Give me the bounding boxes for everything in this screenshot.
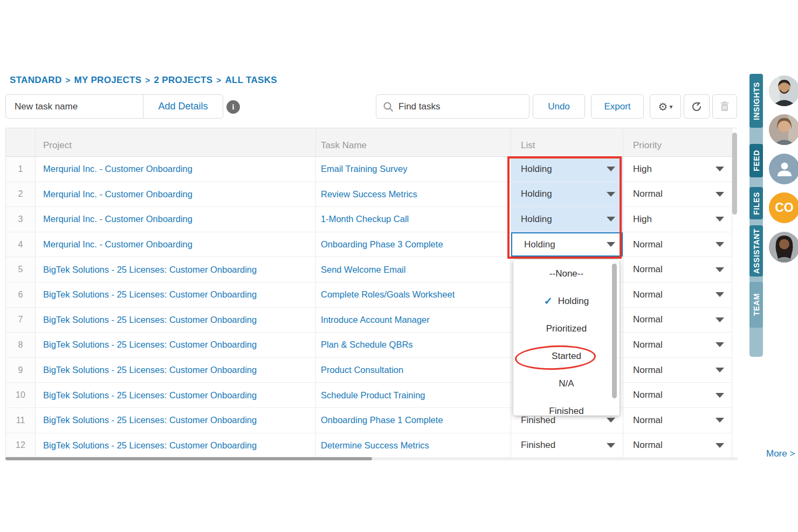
task-name-link[interactable]: Product Consultation	[321, 365, 403, 375]
dropdown-option-n-a[interactable]: N/A	[513, 370, 620, 397]
column-header-priority[interactable]: Priority	[623, 128, 732, 156]
task-name-link[interactable]: Review Success Metrics	[321, 189, 417, 199]
export-button[interactable]: Export	[591, 94, 644, 119]
dropdown-option-label: --None--	[549, 268, 583, 279]
side-tab-feed[interactable]: FEED	[749, 144, 763, 177]
side-tab-insights[interactable]: INSIGHTS	[749, 74, 763, 128]
task-name-link[interactable]: Onboarding Phase 3 Complete	[321, 239, 443, 250]
chevron-down-icon	[716, 342, 724, 347]
task-name-link[interactable]: Plan & Schedule QBRs	[321, 340, 413, 350]
breadcrumb-separator-icon: >	[62, 75, 74, 85]
avatar-photo-woman[interactable]	[769, 114, 798, 145]
priority-dropdown-cell[interactable]: Normal	[623, 182, 732, 207]
task-name-link[interactable]: Schedule Product Training	[321, 390, 425, 400]
list-dropdown-menu: --None--✓HoldingPrioritizedStartedN/AFin…	[513, 260, 620, 416]
project-cell: BigTek Solutions - 25 Licenses: Customer…	[36, 383, 316, 407]
undo-button[interactable]: Undo	[533, 94, 585, 119]
avatar-person-icon[interactable]	[769, 154, 798, 184]
dropdown-option-started[interactable]: Started	[513, 342, 620, 370]
project-link[interactable]: Merqurial Inc. - Customer Onboarding	[43, 239, 192, 250]
project-link[interactable]: Merqurial Inc. - Customer Onboarding	[43, 164, 192, 174]
more-link[interactable]: More >	[766, 448, 795, 459]
project-cell: BigTek Solutions - 25 Licenses: Customer…	[36, 333, 316, 357]
app-window: STANDARD>MY PROJECTS>2 PROJECTS>ALL TASK…	[0, 0, 798, 532]
priority-dropdown-cell[interactable]: Normal	[623, 433, 732, 458]
project-link[interactable]: BigTek Solutions - 25 Licenses: Customer…	[43, 390, 257, 400]
chevron-down-icon	[716, 418, 724, 423]
task-name-link[interactable]: Send Welcome Email	[321, 265, 405, 275]
project-link[interactable]: Merqurial Inc. - Customer Onboarding	[43, 189, 192, 199]
breadcrumb-standard[interactable]: STANDARD	[10, 75, 62, 85]
refresh-button[interactable]	[684, 94, 710, 119]
task-name-link[interactable]: Email Training Survey	[321, 164, 407, 174]
priority-dropdown-cell[interactable]: Normal	[623, 282, 732, 307]
list-dropdown-cell[interactable]: Holding	[511, 207, 623, 232]
dropdown-option-label: N/A	[559, 378, 574, 389]
task-name-cell: Review Success Metrics	[316, 182, 511, 207]
project-link[interactable]: Merqurial Inc. - Customer Onboarding	[43, 214, 192, 224]
info-icon[interactable]: i	[226, 100, 240, 114]
column-header-list[interactable]: List	[511, 128, 623, 156]
priority-dropdown-cell[interactable]: High	[623, 157, 732, 182]
project-link[interactable]: BigTek Solutions - 25 Licenses: Customer…	[43, 440, 257, 451]
chevron-down-icon	[716, 317, 724, 322]
priority-dropdown-cell[interactable]: Normal	[623, 333, 732, 357]
list-value: Holding	[521, 189, 607, 199]
priority-dropdown-cell[interactable]: Normal	[623, 408, 732, 433]
row-number: 8	[6, 333, 36, 357]
add-details-button[interactable]: Add Details	[143, 95, 223, 118]
new-task-input[interactable]	[6, 95, 143, 118]
dropdown-scrollbar-thumb[interactable]	[612, 264, 617, 398]
priority-dropdown-cell[interactable]: Normal	[623, 308, 732, 333]
list-value: Holding	[521, 214, 607, 225]
avatar-photo-man[interactable]	[769, 75, 798, 106]
column-header-task-name[interactable]: Task Name	[316, 128, 511, 156]
project-link[interactable]: BigTek Solutions - 25 Licenses: Customer…	[43, 289, 257, 300]
chevron-down-icon	[716, 192, 724, 197]
column-header-project[interactable]: Project	[36, 128, 316, 156]
project-link[interactable]: BigTek Solutions - 25 Licenses: Customer…	[43, 265, 257, 275]
priority-dropdown-cell[interactable]: Normal	[623, 383, 732, 407]
list-dropdown-cell[interactable]: Holding	[511, 232, 623, 257]
task-name-link[interactable]: Introduce Account Manager	[321, 315, 430, 325]
breadcrumb-my-projects[interactable]: MY PROJECTS	[74, 75, 142, 85]
side-tab-label: ASSISTANT	[752, 229, 761, 274]
avatar-photo-woman-2[interactable]	[769, 232, 798, 262]
dropdown-option-holding[interactable]: ✓Holding	[513, 287, 620, 315]
project-link[interactable]: BigTek Solutions - 25 Licenses: Customer…	[43, 340, 257, 350]
settings-gear-button[interactable]: ⚙▾	[650, 94, 681, 119]
list-dropdown-cell[interactable]: Finished	[511, 433, 623, 458]
chevron-down-icon	[607, 167, 615, 171]
priority-dropdown-cell[interactable]: High	[623, 207, 732, 232]
breadcrumb-2-projects[interactable]: 2 PROJECTS	[154, 75, 213, 85]
breadcrumb-all-tasks[interactable]: ALL TASKS	[225, 75, 277, 85]
dropdown-option-prioritized[interactable]: Prioritized	[513, 315, 620, 342]
task-name-link[interactable]: Onboarding Phase 1 Complete	[321, 415, 443, 425]
avatar-initials-co[interactable]: CO	[769, 192, 798, 223]
priority-dropdown-cell[interactable]: Normal	[623, 358, 732, 383]
project-cell: BigTek Solutions - 25 Licenses: Customer…	[36, 433, 316, 458]
task-name-link[interactable]: Determine Success Metrics	[321, 440, 429, 451]
table-row: 3Merqurial Inc. - Customer Onboarding1-M…	[6, 207, 732, 232]
list-dropdown-cell[interactable]: Holding	[511, 182, 623, 207]
task-name-link[interactable]: Complete Roles/Goals Worksheet	[321, 289, 455, 300]
project-link[interactable]: BigTek Solutions - 25 Licenses: Customer…	[43, 315, 257, 325]
search-input[interactable]	[398, 101, 517, 112]
dropdown-option-none[interactable]: --None--	[513, 260, 620, 287]
priority-dropdown-cell[interactable]: Normal	[623, 232, 732, 257]
project-link[interactable]: BigTek Solutions - 25 Licenses: Customer…	[43, 365, 257, 375]
scrollbar-thumb[interactable]	[5, 457, 372, 460]
scrollbar-thumb[interactable]	[732, 133, 737, 215]
priority-dropdown-cell[interactable]: Normal	[623, 257, 732, 282]
refresh-icon	[691, 101, 703, 113]
project-link[interactable]: BigTek Solutions - 25 Licenses: Customer…	[43, 415, 257, 425]
side-tab-team[interactable]: TEAM	[749, 282, 763, 328]
side-tab-label: INSIGHTS	[752, 82, 761, 120]
side-tab-assistant[interactable]: ASSISTANT	[749, 225, 763, 277]
table-vertical-scrollbar[interactable]	[732, 129, 738, 457]
list-dropdown-cell[interactable]: Holding	[511, 157, 623, 182]
dropdown-option-finished[interactable]: Finished	[513, 397, 620, 416]
task-name-link[interactable]: 1-Month Checkup Call	[321, 214, 409, 224]
priority-value: Normal	[633, 340, 716, 350]
side-tab-files[interactable]: FILES	[749, 187, 763, 219]
